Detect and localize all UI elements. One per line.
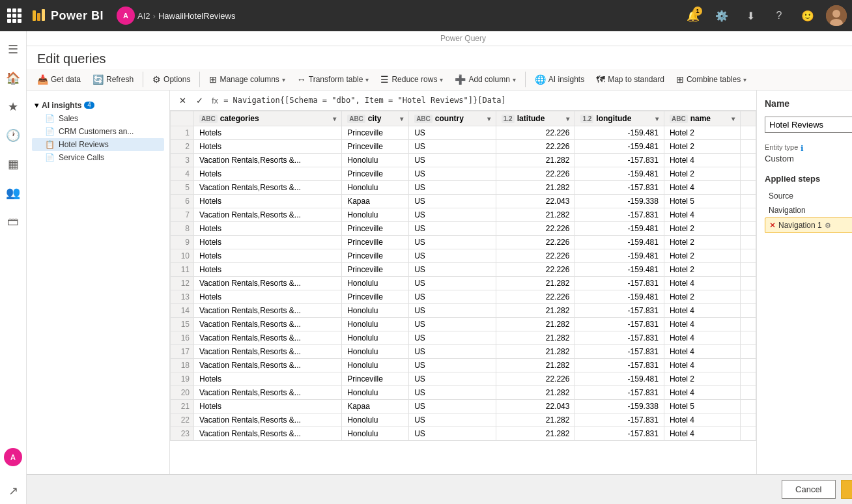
table-row[interactable]: 6 Hotels Kapaa US 22.043 -159.338 Hotel … xyxy=(171,195,756,208)
cell-city: Princeville xyxy=(342,372,409,386)
table-row[interactable]: 8 Hotels Princeville US 22.226 -159.481 … xyxy=(171,222,756,236)
refresh-button[interactable]: 🔄 Refresh xyxy=(87,72,139,87)
cancel-button[interactable]: Cancel xyxy=(782,480,835,499)
cell-latitude: 22.226 xyxy=(496,372,575,386)
options-button[interactable]: ⚙ Options xyxy=(147,72,195,87)
step-navigation-1-label: Navigation 1 xyxy=(778,221,822,230)
manage-columns-button[interactable]: ⊞ Manage columns ▾ xyxy=(204,72,290,87)
formula-input[interactable] xyxy=(223,96,751,105)
cell-latitude: 21.282 xyxy=(496,413,575,427)
name-input[interactable] xyxy=(765,117,852,133)
table-row[interactable]: 1 Hotels Princeville US 22.226 -159.481 … xyxy=(171,126,756,140)
col-filter-categories[interactable]: ▾ xyxy=(333,115,336,122)
col-filter-latitude[interactable]: ▾ xyxy=(566,115,569,122)
row-number: 22 xyxy=(171,413,194,427)
table-row[interactable]: 9 Hotels Princeville US 22.226 -159.481 … xyxy=(171,236,756,249)
crm-label: CRM Customers an... xyxy=(59,127,134,136)
cell-name: Hotel 5 xyxy=(664,400,740,413)
col-header-city[interactable]: ABC city ▾ xyxy=(342,111,409,126)
cell-country: US xyxy=(409,222,496,236)
sidebar-external[interactable]: ↗ xyxy=(0,478,26,504)
query-item-crm[interactable]: 📄 CRM Customers an... xyxy=(32,125,164,138)
edit-queries-bar: Edit queries ✕ xyxy=(27,46,852,69)
cell-name: Hotel 4 xyxy=(664,331,740,345)
table-row[interactable]: 18 Vacation Rentals,Resorts &... Honolul… xyxy=(171,359,756,372)
cell-extra xyxy=(741,372,756,386)
table-row[interactable]: 5 Vacation Rentals,Resorts &... Honolulu… xyxy=(171,181,756,195)
step-navigation-1[interactable]: ✕ Navigation 1 ⚙ xyxy=(765,217,852,233)
table-row[interactable]: 12 Vacation Rentals,Resorts &... Honolul… xyxy=(171,277,756,290)
cell-extra xyxy=(741,195,756,208)
col-header-longitude[interactable]: 1.2 longitude ▾ xyxy=(575,111,664,126)
step-navigation-1-gear[interactable]: ⚙ xyxy=(825,221,831,230)
table-row[interactable]: 23 Vacation Rentals,Resorts &... Honolul… xyxy=(171,427,756,441)
row-number: 6 xyxy=(171,195,194,208)
col-filter-longitude[interactable]: ▾ xyxy=(655,115,659,122)
project-name[interactable]: HawaiiHotelReviews xyxy=(158,11,236,21)
row-number: 14 xyxy=(171,304,194,318)
sidebar-data[interactable]: 🗃 xyxy=(0,208,26,234)
transform-table-button[interactable]: ↔ Transform table ▾ xyxy=(292,72,375,87)
table-row[interactable]: 10 Hotels Princeville US 22.226 -159.481… xyxy=(171,249,756,263)
sidebar-report[interactable]: 🏠 xyxy=(0,65,26,91)
download-button[interactable]: ⬇ xyxy=(740,5,761,26)
feedback-button[interactable]: 🙂 xyxy=(797,5,818,26)
step-navigation[interactable]: Navigation xyxy=(765,203,852,217)
col-filter-country[interactable]: ▾ xyxy=(487,115,490,122)
sales-icon: 📄 xyxy=(45,114,55,123)
table-row[interactable]: 21 Hotels Kapaa US 22.043 -159.338 Hotel… xyxy=(171,400,756,413)
settings-button[interactable]: ⚙️ xyxy=(711,5,732,26)
map-to-standard-button[interactable]: 🗺 Map to standard xyxy=(591,72,670,87)
query-item-hotel-reviews[interactable]: 📋 Hotel Reviews xyxy=(32,138,164,151)
formula-confirm-icon[interactable]: ✓ xyxy=(192,93,206,107)
sidebar-home[interactable]: ☰ xyxy=(0,36,26,63)
table-row[interactable]: 13 Hotels Princeville US 22.226 -159.481… xyxy=(171,290,756,304)
step-source[interactable]: Source xyxy=(765,189,852,203)
table-row[interactable]: 14 Vacation Rentals,Resorts &... Honolul… xyxy=(171,304,756,318)
col-header-country[interactable]: ABC country ▾ xyxy=(409,111,496,126)
col-filter-city[interactable]: ▾ xyxy=(400,115,403,122)
notification-button[interactable]: 🔔 1 xyxy=(683,5,703,26)
col-header-latitude[interactable]: 1.2 latitude ▾ xyxy=(496,111,575,126)
table-row[interactable]: 22 Vacation Rentals,Resorts &... Honolul… xyxy=(171,413,756,427)
sidebar-people[interactable]: 👥 xyxy=(0,180,26,206)
table-row[interactable]: 11 Hotels Princeville US 22.226 -159.481… xyxy=(171,263,756,277)
col-filter-name[interactable]: ▾ xyxy=(731,115,735,122)
done-button[interactable]: Done xyxy=(841,480,853,499)
cell-latitude: 21.282 xyxy=(496,277,575,290)
sidebar-user-active[interactable]: A xyxy=(0,444,26,470)
table-row[interactable]: 3 Vacation Rentals,Resorts &... Honolulu… xyxy=(171,154,756,167)
reduce-rows-button[interactable]: ☰ Reduce rows ▾ xyxy=(375,72,448,87)
table-container[interactable]: ABC categories ▾ ABC city ▾ xyxy=(170,111,756,474)
get-data-button[interactable]: 📥 Get data xyxy=(32,72,86,87)
step-navigation-1-delete[interactable]: ✕ xyxy=(769,221,776,230)
entity-type-info-icon[interactable]: ℹ xyxy=(801,144,804,153)
queries-group-header[interactable]: ▾ AI insights 4 xyxy=(32,98,164,112)
table-row[interactable]: 17 Vacation Rentals,Resorts &... Honolul… xyxy=(171,345,756,359)
help-button[interactable]: ? xyxy=(769,5,789,26)
step-source-label: Source xyxy=(769,191,793,201)
query-item-sales[interactable]: 📄 Sales xyxy=(32,112,164,125)
table-row[interactable]: 7 Vacation Rentals,Resorts &... Honolulu… xyxy=(171,208,756,222)
query-item-service-calls[interactable]: 📄 Service Calls xyxy=(32,151,164,164)
sidebar-bookmark[interactable]: ★ xyxy=(0,94,26,120)
grid-menu-button[interactable] xyxy=(5,7,23,25)
formula-cancel-icon[interactable]: ✕ xyxy=(175,93,190,107)
cell-name: Hotel 2 xyxy=(664,222,740,236)
sidebar-clock[interactable]: 🕐 xyxy=(0,122,26,148)
col-header-categories[interactable]: ABC categories ▾ xyxy=(194,111,342,126)
sidebar-dashboard[interactable]: ▦ xyxy=(0,151,26,177)
workspace-name[interactable]: AI2 xyxy=(137,11,150,21)
table-row[interactable]: 15 Vacation Rentals,Resorts &... Honolul… xyxy=(171,318,756,331)
table-row[interactable]: 2 Hotels Princeville US 22.226 -159.481 … xyxy=(171,140,756,154)
ai-insights-button[interactable]: 🌐 AI insights xyxy=(530,72,589,87)
col-header-name[interactable]: ABC name ▾ xyxy=(664,111,740,126)
table-row[interactable]: 19 Hotels Princeville US 22.226 -159.481… xyxy=(171,372,756,386)
table-row[interactable]: 20 Vacation Rentals,Resorts &... Honolul… xyxy=(171,386,756,400)
table-row[interactable]: 4 Hotels Princeville US 22.226 -159.481 … xyxy=(171,167,756,181)
add-column-button[interactable]: ➕ Add column ▾ xyxy=(449,72,520,87)
table-row[interactable]: 16 Vacation Rentals,Resorts &... Honolul… xyxy=(171,331,756,345)
combine-tables-button[interactable]: ⊞ Combine tables ▾ xyxy=(671,72,752,87)
user-avatar[interactable] xyxy=(826,5,847,26)
cell-name: Hotel 2 xyxy=(664,140,740,154)
